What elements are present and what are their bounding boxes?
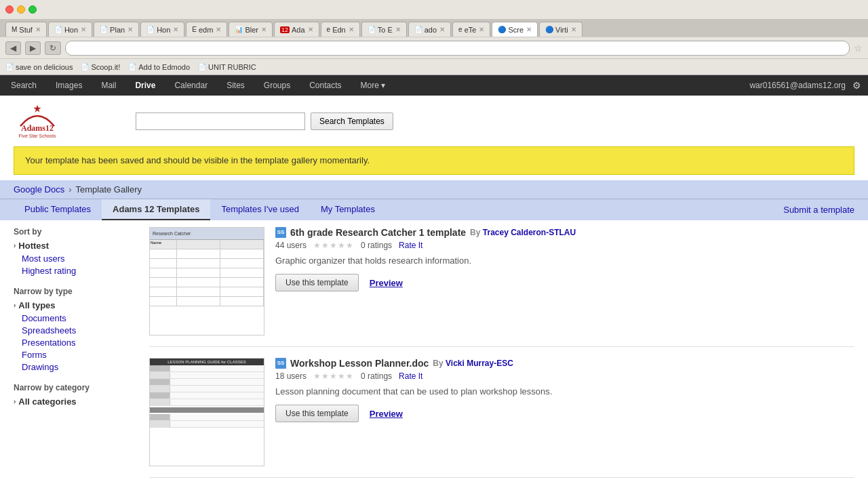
preview-link-2[interactable]: Preview bbox=[370, 409, 403, 419]
browser-tab-gmail-label: Stuf bbox=[19, 26, 33, 34]
sort-hottest[interactable]: › Hottest bbox=[14, 241, 136, 251]
close-tab-to[interactable]: ✕ bbox=[395, 26, 401, 33]
forward-button[interactable]: ▶ bbox=[25, 41, 41, 55]
browser-tab-to[interactable]: 📄 To E ✕ bbox=[361, 22, 407, 37]
browser-tab-hon1[interactable]: 📄 Hon ✕ bbox=[48, 22, 92, 37]
submit-template-link[interactable]: Submit a template bbox=[783, 200, 854, 220]
search-input[interactable] bbox=[136, 113, 305, 130]
type-documents-link[interactable]: Documents bbox=[14, 313, 136, 323]
traffic-lights bbox=[5, 5, 37, 14]
tab-templates-ive-used[interactable]: Templates I've used bbox=[210, 199, 310, 220]
template-users-1: 44 users bbox=[275, 241, 307, 250]
sort-highest-rating-link[interactable]: Highest rating bbox=[14, 266, 136, 276]
close-tab-ado2[interactable]: ✕ bbox=[439, 26, 445, 33]
type-forms-link[interactable]: Forms bbox=[14, 350, 136, 360]
blen-favicon: 📊 bbox=[235, 26, 243, 33]
lp-content bbox=[170, 379, 264, 385]
nav-sites[interactable]: Sites bbox=[222, 78, 249, 93]
category-all[interactable]: › All categories bbox=[14, 396, 136, 407]
ss-cell bbox=[220, 240, 264, 249]
bookmark-star-icon[interactable]: ☆ bbox=[854, 43, 863, 54]
bookmark-rubric[interactable]: 📄 UNIT RUBRIC bbox=[198, 63, 256, 71]
close-tab-plan[interactable]: ✕ bbox=[127, 26, 133, 33]
breadcrumb-google-docs-link[interactable]: Google Docs bbox=[14, 184, 64, 195]
bookmark-edmodo[interactable]: 📄 Add to Edmodo bbox=[128, 63, 190, 71]
nav-images[interactable]: Images bbox=[52, 78, 86, 93]
template-title-2: SS Workshop Lesson Planner.doc By Vicki … bbox=[275, 358, 854, 369]
browser-tab-gmail[interactable]: M Stuf ✕ bbox=[5, 22, 47, 37]
template-stars-2: ★★★★★ bbox=[313, 371, 354, 381]
use-template-button-2[interactable]: Use this template bbox=[275, 405, 359, 422]
close-tab-scr[interactable]: ✕ bbox=[526, 26, 532, 33]
browser-tab-ado2[interactable]: 📄 ado ✕ bbox=[408, 22, 451, 37]
close-window-btn[interactable] bbox=[5, 5, 14, 14]
back-button[interactable]: ◀ bbox=[5, 41, 21, 55]
nav-mail[interactable]: Mail bbox=[97, 78, 120, 93]
lp-row bbox=[150, 365, 264, 372]
spreadsheet-icon-2: SS bbox=[275, 358, 286, 369]
maximize-window-btn[interactable] bbox=[28, 5, 37, 14]
template-author-link-2[interactable]: Vicki Murray-ESC bbox=[446, 359, 513, 368]
bookmark-delicious[interactable]: 📄 save on delicious bbox=[5, 63, 73, 71]
nav-groups[interactable]: Groups bbox=[260, 78, 294, 93]
close-tab-hon2[interactable]: ✕ bbox=[173, 26, 178, 33]
tab-adams12-templates[interactable]: Adams 12 Templates bbox=[102, 199, 210, 220]
settings-icon[interactable]: ⚙ bbox=[852, 80, 861, 91]
close-tab-ete[interactable]: ✕ bbox=[479, 26, 484, 33]
browser-tab-virt[interactable]: 🔵 Virti ✕ bbox=[539, 22, 583, 37]
ss-cell bbox=[177, 287, 220, 296]
address-bar[interactable]: https://drive.google.com/a/adams12.org/t… bbox=[65, 41, 850, 56]
tab-my-templates[interactable]: My Templates bbox=[310, 199, 386, 220]
template-title-1: SS 6th grade Research Catcher 1 template… bbox=[275, 227, 854, 238]
type-spreadsheets-link[interactable]: Spreadsheets bbox=[14, 325, 136, 336]
browser-tab-hon2[interactable]: 📄 Hon ✕ bbox=[140, 22, 184, 37]
browser-tab-scr[interactable]: 🔵 Scre ✕ bbox=[492, 22, 538, 37]
nav-search[interactable]: Search bbox=[7, 78, 41, 93]
template-author-link-1[interactable]: Tracey Calderon-STLAU bbox=[483, 228, 576, 237]
close-tab-edm[interactable]: ✕ bbox=[216, 26, 221, 33]
type-active-label: All types bbox=[18, 300, 55, 310]
tab-public-templates[interactable]: Public Templates bbox=[14, 199, 102, 220]
close-tab-edn[interactable]: ✕ bbox=[349, 26, 354, 33]
use-template-button-1[interactable]: Use this template bbox=[275, 274, 359, 291]
user-account[interactable]: war016561@adams12.org bbox=[749, 81, 846, 90]
edm-favicon: E bbox=[192, 26, 197, 33]
browser-tab-ete[interactable]: e eTe ✕ bbox=[452, 22, 490, 37]
lp-content bbox=[170, 399, 264, 405]
close-tab-hon1[interactable]: ✕ bbox=[81, 26, 86, 33]
type-drawings-link[interactable]: Drawings bbox=[14, 362, 136, 372]
browser-tab-blen[interactable]: 📊 Bler ✕ bbox=[229, 22, 273, 37]
lp-row bbox=[150, 399, 264, 406]
bookmark-edmodo-label: Add to Edmodo bbox=[138, 63, 190, 71]
nav-drive[interactable]: Drive bbox=[131, 78, 159, 93]
minimize-window-btn[interactable] bbox=[17, 5, 25, 14]
sort-most-users-link[interactable]: Most users bbox=[14, 253, 136, 264]
close-tab-virt[interactable]: ✕ bbox=[571, 26, 576, 33]
rate-it-link-2[interactable]: Rate It bbox=[399, 371, 422, 381]
lp-row bbox=[150, 372, 264, 379]
type-all-types[interactable]: › All types bbox=[14, 300, 136, 310]
close-tab-blen[interactable]: ✕ bbox=[261, 26, 267, 33]
browser-tab-ada[interactable]: 12 Ada ✕ bbox=[274, 22, 319, 37]
bookmark-scoopit[interactable]: 📄 Scoop.it! bbox=[81, 63, 120, 71]
plan-favicon: 📄 bbox=[100, 26, 108, 33]
browser-tab-edm[interactable]: E edm ✕ bbox=[186, 22, 227, 37]
close-tab-gmail[interactable]: ✕ bbox=[35, 26, 41, 33]
browser-tab-plan[interactable]: 📄 Plan ✕ bbox=[94, 22, 139, 37]
search-templates-button[interactable]: Search Templates bbox=[311, 113, 393, 130]
reload-button[interactable]: ↻ bbox=[45, 41, 61, 55]
type-presentations-link[interactable]: Presentations bbox=[14, 338, 136, 348]
close-tab-ada[interactable]: ✕ bbox=[308, 26, 313, 33]
ss-row bbox=[150, 259, 264, 268]
browser-tab-edn[interactable]: e Edn ✕ bbox=[321, 22, 360, 37]
preview-link-1[interactable]: Preview bbox=[370, 278, 403, 288]
rate-it-link-1[interactable]: Rate It bbox=[399, 241, 422, 250]
lp-content bbox=[170, 386, 264, 392]
bookmark-rubric-label: UNIT RUBRIC bbox=[208, 63, 256, 71]
template-stars-1: ★★★★★ bbox=[313, 241, 354, 250]
app-nav-right: war016561@adams12.org ⚙ bbox=[749, 80, 861, 91]
nav-more[interactable]: More ▾ bbox=[357, 78, 390, 93]
nav-contacts[interactable]: Contacts bbox=[305, 78, 345, 93]
nav-calendar[interactable]: Calendar bbox=[170, 78, 212, 93]
ss-cell bbox=[177, 278, 220, 287]
